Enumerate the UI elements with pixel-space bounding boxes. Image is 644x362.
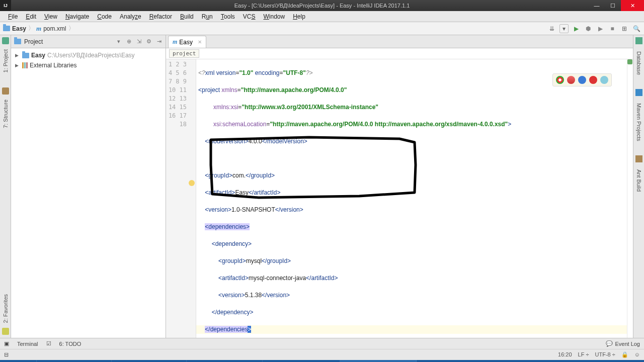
tree-ext-libs-label: External Libraries [30,62,76,69]
make-button[interactable]: ⇊ [547,24,556,33]
windows-taskbar: Новая публикация /... Skype™ - r.lukashe… [0,360,644,362]
menu-refactor[interactable]: Refactor [145,12,176,21]
bottom-tool-bar: ▣ Terminal ☑ 6: TODO 💬 Event Log [0,338,644,349]
run-config-dropdown[interactable]: ▾ [559,24,569,33]
crumb-project[interactable]: Easy [12,25,26,32]
collapse-all-icon[interactable]: ⇲ [135,38,142,45]
edge-icon[interactable] [600,76,608,84]
tool-todo[interactable]: 6: TODO [59,341,82,347]
menu-window[interactable]: Window [259,12,289,21]
editor-tabs: m Easy ✕ [166,35,633,48]
taskbar-item[interactable]: Skype™ - r.lukashen... [112,360,187,362]
libraries-icon [22,62,28,68]
structure-tool-icon[interactable] [2,87,9,95]
menu-analyze[interactable]: Analyze [116,12,145,21]
menu-build[interactable]: Build [176,12,198,21]
menu-help[interactable]: Help [289,12,309,21]
menu-code[interactable]: Code [93,12,116,21]
tool-structure[interactable]: 7: Structure [2,97,10,131]
debug-button[interactable]: ⬢ [584,24,593,33]
hector-icon[interactable]: ☺ [634,351,640,358]
chevron-right-icon: 〉 [68,24,74,33]
settings-gear-icon[interactable]: ⚙ [145,38,152,45]
scroll-from-source-icon[interactable]: ⊕ [125,38,132,45]
right-tool-strip: Database Maven Projects Ant Build [633,35,644,338]
maven-file-icon: m [36,25,41,33]
taskbar-item[interactable]: Новая публикация /... [37,360,112,362]
tree-root-row[interactable]: ▶ Easy C:\Users\УВД\IdeaProjects\Easy [13,50,164,60]
view-mode-dropdown[interactable]: ▾ [115,38,122,45]
search-everywhere-button[interactable]: 🔍 [632,24,641,33]
tool-maven[interactable]: Maven Projects [635,100,643,144]
tool-favorites[interactable]: 2: Favorites [2,291,10,326]
gutter[interactable]: 1 2 3 4 5 6 7 8 9 10 11 12 13 14 15 16 1… [166,59,196,338]
ant-tool-icon[interactable] [635,155,642,162]
tool-database[interactable]: Database [635,48,643,78]
folder-icon [14,39,21,44]
intention-bulb-icon[interactable] [189,180,195,186]
window-title: Easy - [C:\Users\УВД\IdeaProjects\Easy] … [234,3,410,9]
editor-tab-easy[interactable]: m Easy ✕ [168,36,206,48]
tree-root-path: C:\Users\УВД\IdeaProjects\Easy [47,52,135,59]
menu-edit[interactable]: Edit [22,12,40,21]
lock-icon[interactable]: 🔒 [621,351,628,358]
caret-position[interactable]: 16:20 [558,351,572,358]
folder-icon [22,53,29,58]
start-button[interactable] [0,360,20,362]
line-separator[interactable]: LF ÷ [578,351,589,358]
layout-button[interactable]: ⊞ [620,24,629,33]
taskbar-taskview[interactable] [20,360,37,362]
database-tool-icon[interactable] [635,37,642,44]
coverage-button[interactable]: ▶ [596,24,605,33]
taskbar-item[interactable]: JDBCReZero - [C:\Us... [263,360,340,362]
hide-panel-icon[interactable]: ⇥ [155,38,163,45]
error-stripe[interactable] [627,59,633,338]
project-tool-icon[interactable] [2,37,9,44]
favorites-tool-icon[interactable] [2,328,9,335]
close-button[interactable]: ✕ [621,0,644,11]
code-editor[interactable]: <?xml version="1.0" encoding="UTF-8"?> <… [196,59,627,338]
maximize-button[interactable]: ☐ [605,0,621,11]
menu-file[interactable]: File [4,12,22,21]
tool-project[interactable]: 1: Project [2,46,10,75]
editor-breadcrumb: project [166,48,633,59]
menu-run[interactable]: Run [198,12,217,21]
taskbar-item[interactable]: SpringExampleMVC ... [187,360,262,362]
status-widget-icon[interactable]: ⊟ [4,351,9,358]
tree-external-libs[interactable]: ▶ External Libraries [13,60,164,70]
status-bar: ⊟ 16:20 LF ÷ UTF-8 ÷ 🔒 ☺ [0,349,644,360]
todo-tool-icon[interactable]: ☑ [46,340,51,347]
firefox-icon[interactable] [567,76,575,84]
project-tree[interactable]: ▶ Easy C:\Users\УВД\IdeaProjects\Easy ▶ … [11,48,166,338]
chrome-icon[interactable] [556,76,564,84]
folder-icon [3,26,10,31]
opera-icon[interactable] [589,76,597,84]
terminal-tool-icon[interactable]: ▣ [4,340,9,347]
editor-tab-label: Easy [179,39,193,46]
file-encoding[interactable]: UTF-8 ÷ [595,351,615,358]
minimize-button[interactable]: — [589,0,605,11]
stop-button[interactable]: ■ [608,24,617,33]
menu-navigate[interactable]: Navigate [61,12,93,21]
editor-area: m Easy ✕ project 1 2 3 4 5 6 7 8 9 10 11… [166,35,633,338]
maven-tool-icon[interactable] [635,89,642,96]
menubar: File Edit View Navigate Code Analyze Ref… [0,11,644,22]
project-panel-title: Project [24,38,112,45]
menu-tools[interactable]: Tools [217,12,239,21]
expand-icon[interactable]: ▶ [15,63,20,68]
crumb-file[interactable]: pom.xml [43,25,66,32]
close-tab-icon[interactable]: ✕ [198,39,202,45]
maven-file-icon: m [173,38,177,46]
tool-event-log[interactable]: Event Log [615,341,640,347]
tool-terminal[interactable]: Terminal [17,341,38,347]
run-button[interactable]: ▶ [572,24,581,33]
tool-ant[interactable]: Ant Build [635,166,643,195]
app-icon: IJ [0,0,11,11]
breadcrumb-chip[interactable]: project [169,49,199,58]
event-log-icon[interactable]: 💬 [606,340,613,347]
taskbar-item-active[interactable]: Easy - [C:\Users\УВД... [340,360,417,362]
safari-icon[interactable] [578,76,586,84]
expand-icon[interactable]: ▶ [15,53,20,58]
menu-vcs[interactable]: VCS [239,12,260,21]
menu-view[interactable]: View [40,12,61,21]
